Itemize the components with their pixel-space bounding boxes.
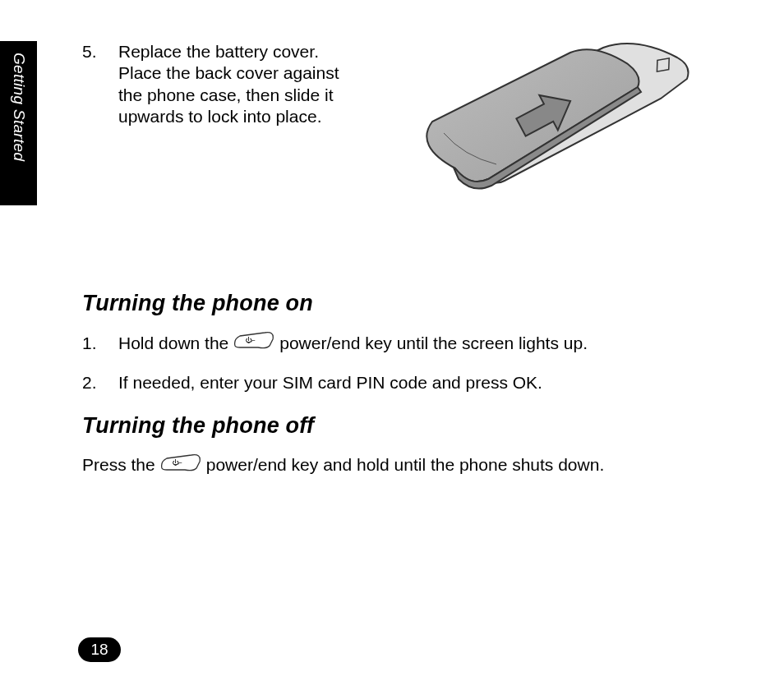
svg-text:⏻⌐: ⏻⌐ bbox=[172, 459, 182, 467]
sidebar-tab: Getting Started bbox=[0, 41, 37, 205]
step-text: Replace the battery cover. Place the bac… bbox=[118, 41, 357, 127]
off-post: power/end key and hold until the phone s… bbox=[206, 453, 605, 476]
heading-turning-on: Turning the phone on bbox=[82, 291, 735, 316]
page-number-badge: 18 bbox=[78, 637, 121, 662]
turning-off-body: Press the ⏻⌐ power/end key and hold unti… bbox=[82, 453, 735, 477]
power-end-key-icon: ⏻⌐ bbox=[233, 331, 274, 355]
turning-on-steps: Hold down the ⏻⌐ power/end key until the… bbox=[82, 331, 735, 395]
on-step-2: If needed, enter your SIM card PIN code … bbox=[82, 371, 735, 394]
power-end-key-icon: ⏻⌐ bbox=[160, 453, 201, 477]
step-5: 5. Replace the battery cover. Place the … bbox=[82, 41, 357, 127]
on-step-1-post: power/end key until the screen lights up… bbox=[279, 332, 588, 355]
on-step-2-text: If needed, enter your SIM card PIN code … bbox=[118, 371, 542, 394]
phone-illustration bbox=[381, 41, 702, 225]
on-step-1: Hold down the ⏻⌐ power/end key until the… bbox=[82, 331, 735, 355]
battery-cover-illustration-icon bbox=[381, 41, 702, 222]
page-number: 18 bbox=[90, 641, 108, 659]
manual-page: Getting Started 5. Replace the battery c… bbox=[0, 0, 784, 699]
off-pre: Press the bbox=[82, 453, 155, 476]
svg-text:⏻⌐: ⏻⌐ bbox=[245, 337, 256, 344]
step-5-row: 5. Replace the battery cover. Place the … bbox=[82, 41, 735, 225]
sidebar-label: Getting Started bbox=[10, 53, 28, 161]
page-content: 5. Replace the battery cover. Place the … bbox=[82, 41, 735, 477]
heading-turning-off: Turning the phone off bbox=[82, 413, 735, 439]
step-number: 5. bbox=[82, 41, 118, 127]
on-step-1-pre: Hold down the bbox=[118, 332, 228, 355]
